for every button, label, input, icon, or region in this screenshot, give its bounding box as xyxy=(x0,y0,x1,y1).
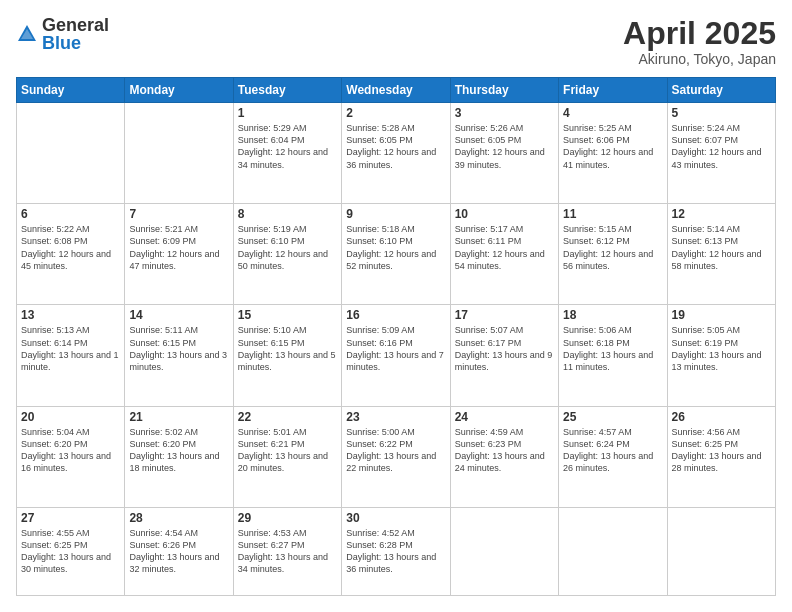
table-row xyxy=(450,507,558,595)
table-row: 15Sunrise: 5:10 AM Sunset: 6:15 PM Dayli… xyxy=(233,305,341,406)
table-row: 5Sunrise: 5:24 AM Sunset: 6:07 PM Daylig… xyxy=(667,103,775,204)
day-number: 27 xyxy=(21,511,120,525)
day-number: 28 xyxy=(129,511,228,525)
table-row: 22Sunrise: 5:01 AM Sunset: 6:21 PM Dayli… xyxy=(233,406,341,507)
day-number: 7 xyxy=(129,207,228,221)
day-info: Sunrise: 5:11 AM Sunset: 6:15 PM Dayligh… xyxy=(129,324,228,373)
day-number: 16 xyxy=(346,308,445,322)
table-row: 28Sunrise: 4:54 AM Sunset: 6:26 PM Dayli… xyxy=(125,507,233,595)
logo-text: General Blue xyxy=(42,16,109,52)
table-row: 20Sunrise: 5:04 AM Sunset: 6:20 PM Dayli… xyxy=(17,406,125,507)
day-info: Sunrise: 4:59 AM Sunset: 6:23 PM Dayligh… xyxy=(455,426,554,475)
day-number: 22 xyxy=(238,410,337,424)
day-number: 3 xyxy=(455,106,554,120)
main-title: April 2025 xyxy=(623,16,776,51)
table-row: 2Sunrise: 5:28 AM Sunset: 6:05 PM Daylig… xyxy=(342,103,450,204)
table-row xyxy=(17,103,125,204)
day-info: Sunrise: 4:57 AM Sunset: 6:24 PM Dayligh… xyxy=(563,426,662,475)
day-number: 19 xyxy=(672,308,771,322)
day-number: 26 xyxy=(672,410,771,424)
header-saturday: Saturday xyxy=(667,78,775,103)
table-row: 30Sunrise: 4:52 AM Sunset: 6:28 PM Dayli… xyxy=(342,507,450,595)
day-number: 13 xyxy=(21,308,120,322)
calendar-week-row: 13Sunrise: 5:13 AM Sunset: 6:14 PM Dayli… xyxy=(17,305,776,406)
day-info: Sunrise: 5:22 AM Sunset: 6:08 PM Dayligh… xyxy=(21,223,120,272)
day-info: Sunrise: 5:07 AM Sunset: 6:17 PM Dayligh… xyxy=(455,324,554,373)
day-info: Sunrise: 4:53 AM Sunset: 6:27 PM Dayligh… xyxy=(238,527,337,576)
table-row: 9Sunrise: 5:18 AM Sunset: 6:10 PM Daylig… xyxy=(342,204,450,305)
day-info: Sunrise: 4:55 AM Sunset: 6:25 PM Dayligh… xyxy=(21,527,120,576)
day-info: Sunrise: 5:19 AM Sunset: 6:10 PM Dayligh… xyxy=(238,223,337,272)
day-number: 17 xyxy=(455,308,554,322)
day-info: Sunrise: 5:17 AM Sunset: 6:11 PM Dayligh… xyxy=(455,223,554,272)
sub-title: Akiruno, Tokyo, Japan xyxy=(623,51,776,67)
day-number: 30 xyxy=(346,511,445,525)
table-row: 3Sunrise: 5:26 AM Sunset: 6:05 PM Daylig… xyxy=(450,103,558,204)
day-info: Sunrise: 5:00 AM Sunset: 6:22 PM Dayligh… xyxy=(346,426,445,475)
day-info: Sunrise: 5:13 AM Sunset: 6:14 PM Dayligh… xyxy=(21,324,120,373)
header-thursday: Thursday xyxy=(450,78,558,103)
table-row: 6Sunrise: 5:22 AM Sunset: 6:08 PM Daylig… xyxy=(17,204,125,305)
day-info: Sunrise: 5:28 AM Sunset: 6:05 PM Dayligh… xyxy=(346,122,445,171)
day-info: Sunrise: 5:24 AM Sunset: 6:07 PM Dayligh… xyxy=(672,122,771,171)
table-row: 25Sunrise: 4:57 AM Sunset: 6:24 PM Dayli… xyxy=(559,406,667,507)
day-number: 12 xyxy=(672,207,771,221)
logo-icon xyxy=(16,23,38,45)
day-info: Sunrise: 5:10 AM Sunset: 6:15 PM Dayligh… xyxy=(238,324,337,373)
table-row xyxy=(125,103,233,204)
day-info: Sunrise: 5:21 AM Sunset: 6:09 PM Dayligh… xyxy=(129,223,228,272)
weekday-header-row: Sunday Monday Tuesday Wednesday Thursday… xyxy=(17,78,776,103)
day-number: 8 xyxy=(238,207,337,221)
header-monday: Monday xyxy=(125,78,233,103)
calendar-week-row: 1Sunrise: 5:29 AM Sunset: 6:04 PM Daylig… xyxy=(17,103,776,204)
day-info: Sunrise: 5:09 AM Sunset: 6:16 PM Dayligh… xyxy=(346,324,445,373)
table-row: 17Sunrise: 5:07 AM Sunset: 6:17 PM Dayli… xyxy=(450,305,558,406)
day-info: Sunrise: 5:02 AM Sunset: 6:20 PM Dayligh… xyxy=(129,426,228,475)
header-sunday: Sunday xyxy=(17,78,125,103)
day-info: Sunrise: 5:18 AM Sunset: 6:10 PM Dayligh… xyxy=(346,223,445,272)
day-info: Sunrise: 4:56 AM Sunset: 6:25 PM Dayligh… xyxy=(672,426,771,475)
table-row: 8Sunrise: 5:19 AM Sunset: 6:10 PM Daylig… xyxy=(233,204,341,305)
day-number: 9 xyxy=(346,207,445,221)
table-row: 10Sunrise: 5:17 AM Sunset: 6:11 PM Dayli… xyxy=(450,204,558,305)
day-info: Sunrise: 4:54 AM Sunset: 6:26 PM Dayligh… xyxy=(129,527,228,576)
table-row: 11Sunrise: 5:15 AM Sunset: 6:12 PM Dayli… xyxy=(559,204,667,305)
header: General Blue April 2025 Akiruno, Tokyo, … xyxy=(16,16,776,67)
calendar-week-row: 27Sunrise: 4:55 AM Sunset: 6:25 PM Dayli… xyxy=(17,507,776,595)
header-friday: Friday xyxy=(559,78,667,103)
day-info: Sunrise: 5:01 AM Sunset: 6:21 PM Dayligh… xyxy=(238,426,337,475)
day-number: 5 xyxy=(672,106,771,120)
day-info: Sunrise: 5:06 AM Sunset: 6:18 PM Dayligh… xyxy=(563,324,662,373)
day-number: 15 xyxy=(238,308,337,322)
day-number: 25 xyxy=(563,410,662,424)
day-number: 10 xyxy=(455,207,554,221)
calendar-week-row: 20Sunrise: 5:04 AM Sunset: 6:20 PM Dayli… xyxy=(17,406,776,507)
day-number: 4 xyxy=(563,106,662,120)
calendar-week-row: 6Sunrise: 5:22 AM Sunset: 6:08 PM Daylig… xyxy=(17,204,776,305)
table-row: 4Sunrise: 5:25 AM Sunset: 6:06 PM Daylig… xyxy=(559,103,667,204)
day-info: Sunrise: 5:26 AM Sunset: 6:05 PM Dayligh… xyxy=(455,122,554,171)
table-row: 21Sunrise: 5:02 AM Sunset: 6:20 PM Dayli… xyxy=(125,406,233,507)
table-row: 23Sunrise: 5:00 AM Sunset: 6:22 PM Dayli… xyxy=(342,406,450,507)
day-number: 21 xyxy=(129,410,228,424)
day-number: 14 xyxy=(129,308,228,322)
table-row: 12Sunrise: 5:14 AM Sunset: 6:13 PM Dayli… xyxy=(667,204,775,305)
day-info: Sunrise: 5:04 AM Sunset: 6:20 PM Dayligh… xyxy=(21,426,120,475)
logo-general: General xyxy=(42,15,109,35)
day-number: 20 xyxy=(21,410,120,424)
table-row xyxy=(667,507,775,595)
table-row: 1Sunrise: 5:29 AM Sunset: 6:04 PM Daylig… xyxy=(233,103,341,204)
day-number: 11 xyxy=(563,207,662,221)
table-row: 18Sunrise: 5:06 AM Sunset: 6:18 PM Dayli… xyxy=(559,305,667,406)
header-wednesday: Wednesday xyxy=(342,78,450,103)
table-row: 27Sunrise: 4:55 AM Sunset: 6:25 PM Dayli… xyxy=(17,507,125,595)
logo: General Blue xyxy=(16,16,109,52)
table-row: 14Sunrise: 5:11 AM Sunset: 6:15 PM Dayli… xyxy=(125,305,233,406)
calendar-table: Sunday Monday Tuesday Wednesday Thursday… xyxy=(16,77,776,596)
header-tuesday: Tuesday xyxy=(233,78,341,103)
day-number: 18 xyxy=(563,308,662,322)
table-row: 19Sunrise: 5:05 AM Sunset: 6:19 PM Dayli… xyxy=(667,305,775,406)
day-number: 24 xyxy=(455,410,554,424)
table-row: 13Sunrise: 5:13 AM Sunset: 6:14 PM Dayli… xyxy=(17,305,125,406)
day-number: 29 xyxy=(238,511,337,525)
